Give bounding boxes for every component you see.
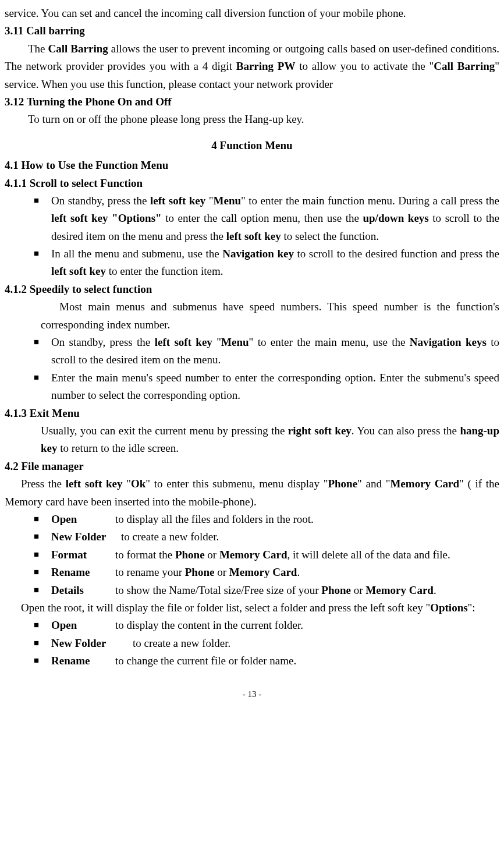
text-bold: Menu bbox=[221, 336, 249, 348]
list-item: ■ Rename to rename your Phone or Memory … bbox=[5, 564, 499, 581]
text-bold: Call Barring bbox=[48, 43, 108, 55]
bullet-icon: ■ bbox=[34, 546, 51, 564]
bullet-icon: ■ bbox=[34, 635, 51, 652]
term-open: Open bbox=[51, 511, 115, 528]
text: to enter the function item. bbox=[106, 265, 223, 277]
text-bold: Memory Card bbox=[365, 584, 434, 596]
text-bold: left soft key bbox=[155, 336, 212, 348]
text-bold: Memory Card bbox=[390, 477, 459, 490]
bullet-icon: ■ bbox=[34, 652, 51, 670]
term-new-folder: New Folder bbox=[51, 528, 121, 546]
bullet-icon: ■ bbox=[34, 369, 51, 405]
text: to return to the idle screen. bbox=[58, 442, 179, 454]
text-bold: Phone bbox=[328, 477, 357, 490]
text-bold: Navigation keys bbox=[410, 336, 487, 348]
heading-4-1-2: 4.1.2 Speedily to select function bbox=[5, 281, 499, 298]
intro-paragraph: service. You can set and cancel the inco… bbox=[5, 5, 499, 22]
list-item: ■ Rename to change the current file or f… bbox=[5, 652, 499, 670]
desc: to create a new folder. bbox=[121, 528, 499, 546]
list-item: ■ In all the menu and submenu, use the N… bbox=[5, 245, 499, 281]
list-item: ■ New Folder to create a new folder. bbox=[5, 635, 499, 652]
text-bold: left soft key "Options" bbox=[51, 212, 162, 224]
text: , it will delete all of the data and fil… bbox=[288, 548, 450, 561]
list-item: ■ Format to format the Phone or Memory C… bbox=[5, 546, 499, 564]
paragraph-3-12: To turn on or off the phone please long … bbox=[5, 111, 499, 128]
text-bold: Call Barring bbox=[434, 60, 495, 72]
bullet-icon: ■ bbox=[34, 617, 51, 634]
text: " bbox=[212, 336, 221, 348]
list-item: ■ On standby, press the left soft key "M… bbox=[5, 334, 499, 369]
heading-4: 4 Function Menu bbox=[5, 137, 499, 154]
text: " to enter this submenu, menu display " bbox=[145, 477, 328, 490]
text-bold: Ok bbox=[131, 477, 145, 490]
paragraph-open-root: Open the root, it will display the file … bbox=[5, 599, 499, 617]
list-item: ■ New Folder to create a new folder. bbox=[5, 528, 499, 546]
desc: to display the content in the current fo… bbox=[115, 617, 499, 634]
bullet-icon: ■ bbox=[34, 511, 51, 528]
text: " bbox=[205, 194, 213, 207]
paragraph-4-1-3: Usually, you can exit the current menu b… bbox=[5, 422, 499, 458]
text: On standby, press the bbox=[51, 336, 155, 348]
term-rename: Rename bbox=[51, 564, 115, 581]
text-bold: Phone bbox=[175, 548, 205, 561]
text: or bbox=[351, 584, 365, 596]
text: Most main menus and submenus have speed … bbox=[41, 300, 499, 330]
bullet-icon: ■ bbox=[34, 528, 51, 546]
text: In all the menu and submenu, use the bbox=[51, 247, 222, 260]
bullet-icon: ■ bbox=[34, 582, 51, 599]
paragraph-4-2: Press the left soft key "Ok" to enter th… bbox=[5, 475, 499, 511]
list-item: ■ Details to show the Name/Total size/Fr… bbox=[5, 582, 499, 599]
paragraph-3-11: The Call Barring allows the user to prev… bbox=[5, 40, 499, 93]
term-new-folder: New Folder bbox=[51, 635, 133, 652]
bullet-icon: ■ bbox=[34, 334, 51, 369]
text: or bbox=[214, 566, 229, 578]
term-details: Details bbox=[51, 582, 115, 599]
text: Enter the main menu's speed number to en… bbox=[51, 369, 499, 405]
text-bold: Menu bbox=[214, 194, 242, 207]
term-format: Format bbox=[51, 546, 115, 564]
list-item: ■ Open to display the content in the cur… bbox=[5, 617, 499, 634]
text: to show the Name/Total size/Free size of… bbox=[115, 584, 321, 596]
term-open: Open bbox=[51, 617, 115, 634]
text: to enter the call option menu, then use … bbox=[162, 212, 363, 224]
text-bold: Memory Card bbox=[229, 566, 297, 578]
text: " bbox=[123, 477, 131, 490]
text-bold: left soft key bbox=[51, 265, 106, 277]
text: . You can also press the bbox=[352, 424, 460, 437]
text: ": bbox=[468, 601, 475, 614]
bullet-icon: ■ bbox=[34, 564, 51, 581]
bullet-icon: ■ bbox=[34, 245, 51, 281]
page-number: - 13 - bbox=[5, 687, 499, 701]
text: " to enter the main function menu. Durin… bbox=[241, 194, 499, 207]
term-rename: Rename bbox=[51, 652, 115, 670]
text: " and " bbox=[357, 477, 390, 490]
text-bold: left soft key bbox=[66, 477, 123, 490]
paragraph-4-1-2: Most main menus and submenus have speed … bbox=[5, 298, 499, 334]
list-item: ■ On standby, press the left soft key "M… bbox=[5, 192, 499, 245]
text-bold: right soft key bbox=[288, 424, 352, 437]
text: " to enter the main menu, use the bbox=[249, 336, 410, 348]
desc: to create a new folder. bbox=[133, 635, 499, 652]
text-bold: Phone bbox=[185, 566, 215, 578]
bullet-icon: ■ bbox=[34, 192, 51, 245]
text: to scroll to the desired function and pr… bbox=[294, 247, 499, 260]
text-bold: Options bbox=[430, 601, 467, 614]
heading-4-1-1: 4.1.1 Scroll to select Function bbox=[5, 175, 499, 192]
desc: to display all the files and folders in … bbox=[115, 511, 499, 528]
heading-4-1: 4.1 How to Use the Function Menu bbox=[5, 157, 499, 174]
heading-4-1-3: 4.1.3 Exit Menu bbox=[5, 405, 499, 422]
text: On standby, press the bbox=[51, 194, 150, 207]
text-bold: Navigation key bbox=[222, 247, 294, 260]
text-bold: left soft key bbox=[150, 194, 205, 207]
desc: to change the current file or folder nam… bbox=[115, 652, 499, 670]
text-bold: Barring PW bbox=[236, 60, 296, 72]
text-bold: left soft key bbox=[226, 230, 281, 242]
text: . bbox=[297, 566, 300, 578]
text-bold: up/down keys bbox=[363, 212, 428, 224]
list-item: ■ Enter the main menu's speed number to … bbox=[5, 369, 499, 405]
text-bold: Memory Card bbox=[219, 548, 288, 561]
heading-4-2: 4.2 File manager bbox=[5, 458, 499, 475]
text: Press the bbox=[21, 477, 66, 490]
text: or bbox=[205, 548, 219, 561]
list-item: ■ Open to display all the files and fold… bbox=[5, 511, 499, 528]
